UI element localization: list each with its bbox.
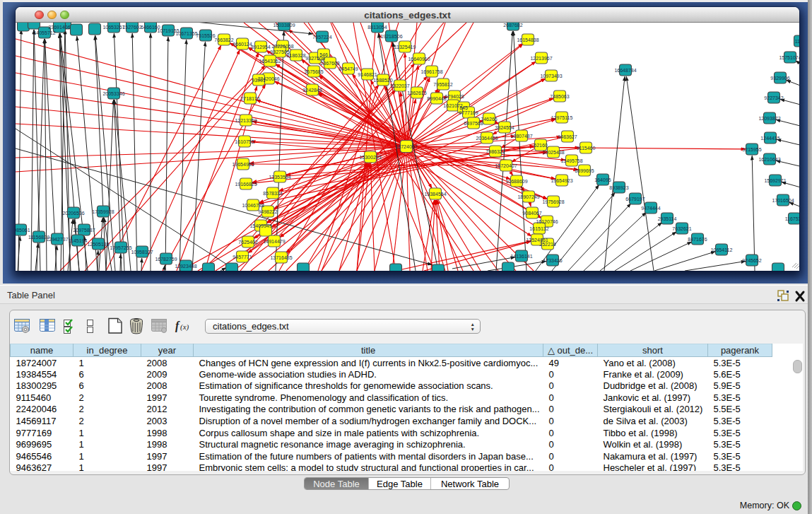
svg-text:1527602: 1527602	[122, 25, 141, 30]
svg-text:845: 845	[459, 105, 468, 110]
svg-text:8912954: 8912954	[251, 45, 270, 49]
svg-text:(x): (x)	[180, 322, 189, 332]
svg-text:2718176: 2718176	[240, 96, 259, 101]
svg-text:3215955: 3215955	[742, 147, 761, 152]
svg-text:16543362: 16543362	[259, 59, 281, 64]
svg-text:93901: 93901	[252, 78, 266, 83]
svg-text:6794028: 6794028	[445, 94, 464, 99]
svg-text:9329906: 9329906	[770, 76, 789, 81]
svg-text:13495758: 13495758	[560, 158, 582, 163]
svg-text:546: 546	[319, 52, 328, 57]
svg-text:16154838: 16154838	[517, 37, 539, 42]
svg-text:2935114: 2935114	[658, 216, 677, 221]
svg-text:1733426: 1733426	[543, 258, 562, 263]
svg-text:9463627: 9463627	[558, 134, 577, 139]
svg-text:62160: 62160	[534, 143, 548, 148]
svg-text:6497568: 6497568	[464, 121, 483, 126]
svg-text:15692971: 15692971	[764, 178, 786, 183]
svg-text:20206536: 20206536	[62, 211, 84, 216]
svg-text:16648784: 16648784	[614, 68, 636, 73]
svg-text:20053346: 20053346	[102, 91, 124, 96]
svg-text:16120746: 16120746	[536, 219, 558, 224]
svg-text:9457771: 9457771	[233, 255, 252, 259]
svg-text:3675685: 3675685	[304, 69, 323, 74]
svg-text:2687682: 2687682	[503, 23, 522, 28]
svg-text:20975887: 20975887	[73, 228, 95, 233]
svg-text:7632621: 7632621	[672, 226, 691, 231]
svg-text:23226058: 23226058	[271, 44, 293, 49]
svg-text:16640910: 16640910	[408, 57, 430, 62]
svg-text:252214: 252214	[539, 242, 555, 247]
svg-text:20364436: 20364436	[476, 136, 498, 141]
svg-text:10688609: 10688609	[505, 179, 527, 184]
svg-text:17016504: 17016504	[772, 198, 794, 203]
svg-text:10046788: 10046788	[242, 203, 264, 208]
svg-text:9245652: 9245652	[742, 258, 761, 263]
svg-text:8186328: 8186328	[286, 53, 305, 58]
svg-text:18724007: 18724007	[395, 144, 417, 149]
svg-text:16782759: 16782759	[155, 257, 177, 262]
svg-text:10958107: 10958107	[131, 250, 153, 255]
svg-text:9498222: 9498222	[258, 209, 277, 214]
svg-text:3985061: 3985061	[16, 228, 30, 233]
svg-text:19654985: 19654985	[232, 162, 254, 167]
svg-text:10807487: 10807487	[510, 134, 532, 139]
svg-text:164095: 164095	[594, 177, 611, 182]
svg-text:12213967: 12213967	[530, 56, 552, 61]
svg-text:15409949: 15409949	[249, 223, 271, 228]
svg-text:10973493: 10973493	[540, 74, 562, 78]
svg-text:14914479: 14914479	[263, 239, 285, 244]
svg-text:9146821: 9146821	[358, 72, 377, 77]
svg-text:1362615: 1362615	[407, 90, 426, 95]
svg-text:19756928: 19756928	[542, 199, 564, 204]
svg-text:9660124: 9660124	[233, 42, 252, 47]
svg-text:8938923: 8938923	[609, 185, 628, 190]
svg-text:2367608: 2367608	[320, 61, 339, 66]
svg-text:f: f	[175, 320, 180, 332]
svg-text:8578334: 8578334	[263, 191, 282, 196]
svg-text:12093872: 12093872	[758, 116, 780, 121]
svg-text:12942737: 12942737	[46, 237, 68, 242]
svg-text:17359928: 17359928	[92, 209, 114, 214]
svg-text:12213369: 12213369	[235, 118, 257, 123]
svg-text:11325419: 11325419	[394, 45, 416, 49]
svg-text:7663822: 7663822	[214, 37, 233, 42]
svg-text:13353594: 13353594	[269, 175, 290, 180]
svg-text:7955812: 7955812	[433, 82, 452, 87]
svg-text:10025438: 10025438	[542, 150, 564, 155]
svg-text:15300293: 15300293	[359, 155, 381, 160]
svg-text:16961758: 16961758	[420, 69, 442, 74]
svg-text:6679197: 6679197	[625, 197, 645, 201]
svg-text:1117: 1117	[795, 39, 799, 44]
svg-text:7515526: 7515526	[196, 33, 215, 38]
svg-text:15751074: 15751074	[779, 55, 799, 60]
svg-text:1615132: 1615132	[529, 226, 548, 231]
svg-text:19166825: 19166825	[235, 182, 257, 187]
svg-text:1588520: 1588520	[373, 78, 392, 83]
svg-text:9115460: 9115460	[577, 146, 596, 151]
svg-text:10653267: 10653267	[102, 25, 124, 30]
svg-text:1167531: 1167531	[785, 216, 799, 221]
svg-text:7625402: 7625402	[238, 240, 257, 245]
svg-text:1244415: 1244415	[760, 136, 779, 141]
svg-text:18907249: 18907249	[517, 194, 539, 199]
svg-text:9084067: 9084067	[522, 211, 541, 216]
svg-text:10654112: 10654112	[711, 247, 733, 252]
svg-text:16033809: 16033809	[273, 23, 295, 28]
svg-text:12975115: 12975115	[551, 115, 573, 120]
svg-text:19384554: 19384554	[424, 192, 446, 197]
svg-text:8471676: 8471676	[688, 237, 707, 242]
svg-text:12923448: 12923448	[175, 264, 196, 269]
svg-text:8813054: 8813054	[367, 25, 387, 30]
svg-text:3824554: 3824554	[495, 125, 514, 130]
svg-text:19654923: 19654923	[551, 178, 572, 183]
svg-text:9242848: 9242848	[302, 88, 322, 93]
svg-text:6899695: 6899695	[575, 168, 594, 173]
svg-text:23691406: 23691406	[48, 25, 70, 30]
svg-text:7986322: 7986322	[486, 149, 505, 154]
svg-text:8454749: 8454749	[339, 66, 358, 71]
svg-text:14055712: 14055712	[33, 30, 55, 35]
svg-text:16210643: 16210643	[758, 157, 780, 162]
svg-text:12505135: 12505135	[87, 242, 109, 247]
svg-text:9474444: 9474444	[641, 206, 660, 211]
